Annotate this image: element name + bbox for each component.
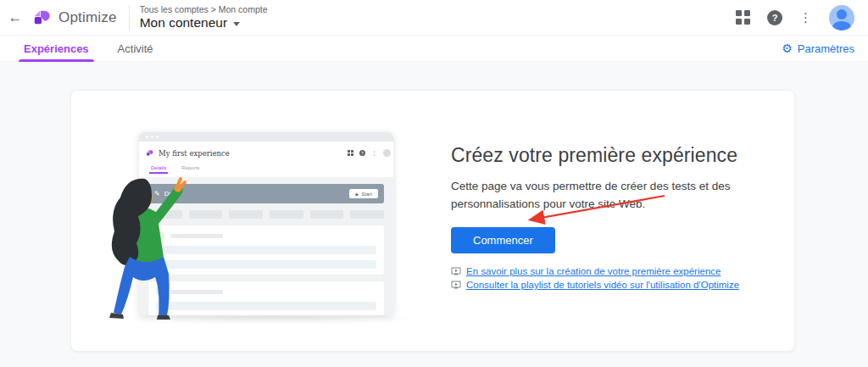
- tab-activity[interactable]: Activité: [113, 36, 159, 62]
- mockup-more-icon: ⋮: [371, 150, 377, 156]
- breadcrumb: Tous les comptes > Mon compte: [140, 4, 268, 14]
- mockup-tab-reports: Reports: [180, 164, 201, 171]
- mockup-experience-title: My first experience: [159, 149, 230, 158]
- page-title: Créez votre première expérience: [451, 144, 798, 167]
- app-name: Optimize: [58, 9, 117, 26]
- help-icon[interactable]: ?: [767, 10, 782, 25]
- optimize-logo-icon: [32, 8, 51, 27]
- more-menu-icon[interactable]: ⋮: [799, 11, 812, 24]
- mockup-header: My first experience ? ⋮: [139, 142, 393, 164]
- playlist-link[interactable]: Consulter la playlist de tutoriels vidéo…: [466, 280, 739, 290]
- header-actions: ? ⋮: [736, 5, 868, 31]
- back-button[interactable]: ←: [0, 0, 31, 36]
- mockup-play-icon: ▶: [355, 192, 359, 197]
- tab-bar: Expériences Activité ⚙ Paramètres: [0, 36, 868, 62]
- learn-more-row: En savoir plus sur la création de votre …: [451, 266, 798, 276]
- gear-icon: ⚙: [782, 42, 793, 54]
- brand: Optimize: [31, 8, 129, 27]
- settings-button[interactable]: ⚙ Paramètres: [782, 42, 854, 55]
- apps-grid-icon[interactable]: [736, 10, 750, 25]
- illustration-person: [92, 172, 203, 326]
- account-switcher: Tous les comptes > Mon compte Mon conten…: [130, 4, 268, 31]
- video-icon: [451, 280, 461, 290]
- mockup-help-icon: ?: [359, 150, 365, 156]
- tab-experiences-label: Expériences: [24, 42, 89, 55]
- settings-label: Paramètres: [798, 42, 854, 55]
- mockup-optimize-logo-icon: [146, 149, 153, 157]
- mockup-start-button: ▶ Start: [349, 189, 378, 198]
- container-selector[interactable]: Mon conteneur: [140, 15, 268, 31]
- mockup-header-icons: ? ⋮: [348, 149, 387, 157]
- container-name: Mon conteneur: [140, 15, 227, 31]
- mockup-start-label: Start: [361, 192, 372, 197]
- app-header: ← Optimize Tous les comptes > Mon compte…: [0, 0, 868, 36]
- learn-more-link[interactable]: En savoir plus sur la création de votre …: [466, 266, 721, 276]
- video-icon: [451, 266, 461, 276]
- commencer-button[interactable]: Commencer: [451, 227, 555, 253]
- intro-section: Créez votre première expérience Cette pa…: [451, 144, 798, 290]
- mockup-apps-grid-icon: [348, 150, 353, 156]
- user-avatar[interactable]: [829, 5, 854, 31]
- mockup-avatar: [383, 149, 391, 157]
- empty-state-card: My first experience ? ⋮ Details Reports …: [70, 90, 795, 352]
- playlist-row: Consulter la playlist de tutoriels vidéo…: [451, 280, 798, 290]
- mockup-window-controls: [139, 132, 393, 142]
- active-tab-underline: [19, 59, 94, 62]
- tab-activity-label: Activité: [118, 42, 153, 55]
- tab-experiences[interactable]: Expériences: [19, 36, 94, 62]
- page-description: Cette page va vous permettre de créer de…: [451, 177, 783, 213]
- chevron-down-icon: [233, 22, 240, 26]
- help-links: En savoir plus sur la création de votre …: [451, 266, 798, 290]
